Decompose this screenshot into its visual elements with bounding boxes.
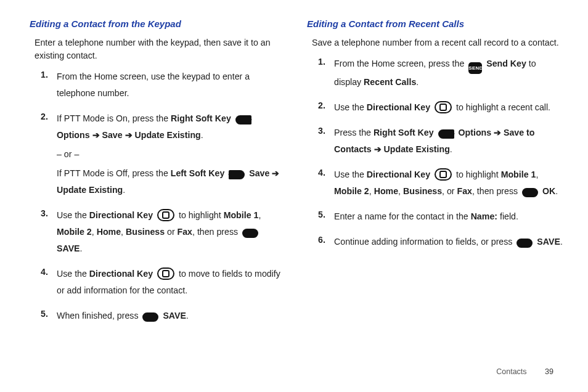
- home-label: Home: [97, 227, 121, 237]
- text: ,: [258, 210, 261, 220]
- step-number: 3.: [318, 125, 334, 158]
- step-number: 4.: [318, 166, 334, 200]
- step-number: 4.: [41, 266, 57, 299]
- right-soft-key-label: Right Soft Key: [374, 128, 434, 137]
- manual-page: Editing a Contact from the Keypad Enter …: [0, 0, 588, 333]
- text: ,: [369, 186, 374, 196]
- list-item: 2. Use the Directional Key to highlight …: [318, 99, 563, 116]
- text: to highlight: [179, 210, 224, 220]
- footer-page-number: 39: [545, 367, 553, 376]
- list-item: 4. Use the Directional Key to move to fi…: [41, 266, 286, 299]
- send-key-label: Send Key: [486, 59, 526, 68]
- ok-key-icon: [522, 188, 538, 197]
- text: , then press: [472, 186, 520, 196]
- text: .: [555, 186, 558, 196]
- recent-calls-label: Recent Calls: [364, 77, 416, 87]
- list-item: 1. From the Home screen, use the keypad …: [41, 68, 286, 102]
- directional-key-label: Directional Key: [367, 169, 430, 179]
- mobile1-label: Mobile 1: [224, 210, 259, 220]
- text: to highlight: [456, 169, 501, 179]
- text: .: [416, 77, 419, 87]
- left-steps: 1. From the Home screen, use the keypad …: [41, 68, 286, 324]
- text: Use the: [57, 210, 89, 220]
- list-item: 5. Enter a name for the contact in the N…: [318, 208, 563, 225]
- text: Continue adding information to fields, o…: [334, 237, 515, 247]
- right-steps: 1. From the Home screen, press the SEND …: [318, 55, 563, 250]
- name-field-label: Name:: [471, 211, 497, 221]
- step-number: 3.: [41, 207, 57, 257]
- directional-key-icon: [157, 267, 174, 280]
- step-number: 1.: [318, 55, 334, 91]
- text: .: [450, 144, 452, 154]
- fax-label: Fax: [178, 227, 192, 237]
- left-intro: Enter a telephone number with the keypad…: [35, 36, 286, 63]
- text: .: [80, 243, 83, 253]
- text: ,: [398, 186, 403, 196]
- directional-key-icon: [435, 168, 452, 181]
- right-soft-key-label: Right Soft Key: [171, 113, 231, 123]
- list-item: 4. Use the Directional Key to highlight …: [318, 166, 563, 200]
- step-body: From the Home screen, press the SEND Sen…: [334, 55, 563, 91]
- arrow-icon: ➔: [125, 130, 133, 140]
- text: From the Home screen, press the: [334, 59, 467, 68]
- text: When finished, press: [57, 311, 141, 321]
- arrow-icon: ➔: [494, 128, 501, 137]
- arrow-icon: ➔: [272, 168, 279, 178]
- save-label: Save: [102, 130, 125, 140]
- save-label: SAVE: [163, 311, 186, 321]
- right-soft-key-icon: [235, 115, 251, 125]
- text: ,: [536, 169, 538, 179]
- update-existing-label: Update Existing: [57, 185, 123, 195]
- text: If PTT Mode is On, press the: [57, 113, 171, 123]
- step-number: 1.: [41, 68, 57, 102]
- list-item: 1. From the Home screen, press the SEND …: [318, 55, 563, 91]
- mobile2-label: Mobile 2: [334, 186, 369, 196]
- mobile1-label: Mobile 1: [501, 169, 536, 179]
- text: Press the: [334, 128, 374, 137]
- right-column: Editing a Contact from Recent Calls Save…: [307, 17, 563, 333]
- text: If PTT Mode is Off, press the: [57, 168, 171, 178]
- text: , or: [442, 186, 457, 196]
- step-body: Press the Right Soft Key Options ➔ Save …: [334, 125, 563, 158]
- step-body: Use the Directional Key to move to field…: [57, 266, 286, 299]
- text: .: [560, 237, 563, 247]
- step-body: Continue adding information to fields, o…: [334, 234, 563, 250]
- ok-label: OK: [542, 186, 555, 196]
- text: Use the: [57, 269, 89, 279]
- step-body: If PTT Mode is On, press the Right Soft …: [57, 110, 286, 198]
- list-item: 3. Press the Right Soft Key Options ➔ Sa…: [318, 125, 563, 158]
- right-soft-key-icon: [438, 129, 454, 139]
- page-footer: Contacts 39: [496, 367, 553, 376]
- directional-key-icon: [157, 209, 174, 221]
- mobile2-label: Mobile 2: [57, 227, 92, 237]
- text: Enter a name for the contact in the: [334, 211, 471, 221]
- directional-key-label: Directional Key: [367, 102, 430, 112]
- list-item: 6. Continue adding information to fields…: [318, 234, 563, 250]
- left-heading: Editing a Contact from the Keypad: [30, 17, 286, 31]
- list-item: 5. When finished, press SAVE.: [41, 308, 286, 324]
- left-soft-key-label: Left Soft Key: [171, 168, 225, 178]
- update-existing-label: Update Existing: [384, 144, 450, 154]
- save-label: SAVE: [537, 237, 560, 247]
- directional-key-icon: [435, 101, 452, 113]
- directional-key-label: Directional Key: [89, 269, 153, 279]
- step-number: 6.: [318, 234, 334, 250]
- save-label: Save: [249, 168, 272, 178]
- footer-section: Contacts: [496, 367, 526, 376]
- ok-key-icon: [517, 239, 533, 248]
- text: ,: [121, 227, 126, 237]
- update-existing-label: Update Existing: [135, 130, 201, 140]
- business-label: Business: [126, 227, 165, 237]
- text: to highlight a recent call.: [456, 102, 550, 112]
- step-number: 5.: [318, 208, 334, 225]
- directional-key-label: Directional Key: [89, 210, 153, 220]
- step-number: 2.: [41, 110, 57, 198]
- arrow-icon: ➔: [374, 144, 382, 154]
- list-item: 2. If PTT Mode is On, press the Right So…: [41, 110, 286, 198]
- text: , then press: [192, 227, 240, 237]
- step-number: 2.: [318, 99, 334, 116]
- step-body: Use the Directional Key to highlight a r…: [334, 99, 563, 116]
- step-number: 5.: [41, 308, 57, 324]
- options-label: Options: [57, 130, 92, 140]
- step-body: From the Home screen, use the keypad to …: [57, 68, 286, 102]
